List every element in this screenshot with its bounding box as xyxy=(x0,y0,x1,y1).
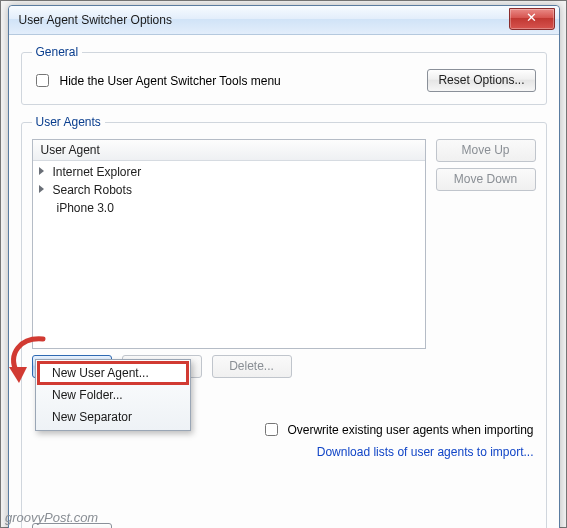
close-icon: ✕ xyxy=(526,10,537,25)
user-agents-group: User Agents User Agent Internet Explorer… xyxy=(21,115,547,528)
user-agents-legend: User Agents xyxy=(32,115,105,129)
list-rows: Internet Explorer Search Robots iPhone 3… xyxy=(33,161,425,219)
list-item-label: iPhone 3.0 xyxy=(57,201,114,215)
list-item[interactable]: iPhone 3.0 xyxy=(33,199,425,217)
menu-item-label: New User Agent... xyxy=(52,366,149,380)
move-down-button[interactable]: Move Down xyxy=(436,168,536,191)
window-close-button[interactable]: ✕ xyxy=(509,8,555,30)
chevron-right-icon xyxy=(39,167,44,175)
overwrite-checkbox[interactable] xyxy=(265,423,278,436)
list-item-label: Internet Explorer xyxy=(53,165,142,179)
menu-item-new-folder[interactable]: New Folder... xyxy=(38,384,188,406)
move-up-button[interactable]: Move Up xyxy=(436,139,536,162)
delete-button[interactable]: Delete... xyxy=(212,355,292,378)
options-window: User Agent Switcher Options ✕ General Hi… xyxy=(8,5,560,528)
overwrite-label: Overwrite existing user agents when impo… xyxy=(287,423,533,437)
chevron-right-icon xyxy=(39,185,44,193)
menu-item-label: New Folder... xyxy=(52,388,123,402)
hide-tools-menu-checkbox[interactable] xyxy=(36,74,49,87)
hide-tools-menu-label: Hide the User Agent Switcher Tools menu xyxy=(60,74,281,88)
download-lists-link[interactable]: Download lists of user agents to import.… xyxy=(317,445,534,459)
list-item[interactable]: Search Robots xyxy=(33,181,425,199)
list-item-label: Search Robots xyxy=(53,183,132,197)
list-header-user-agent[interactable]: User Agent xyxy=(33,140,425,161)
list-item[interactable]: Internet Explorer xyxy=(33,163,425,181)
watermark: groovyPost.com xyxy=(5,510,98,525)
window-title: User Agent Switcher Options xyxy=(19,13,172,27)
general-legend: General xyxy=(32,45,83,59)
menu-item-new-user-agent[interactable]: New User Agent... xyxy=(38,362,188,384)
new-dropdown-menu: New User Agent... New Folder... New Sepa… xyxy=(35,359,191,431)
window-client: General Hide the User Agent Switcher Too… xyxy=(9,35,559,528)
user-agent-list[interactable]: User Agent Internet Explorer Search Robo… xyxy=(32,139,426,349)
menu-item-new-separator[interactable]: New Separator xyxy=(38,406,188,428)
general-group: General Hide the User Agent Switcher Too… xyxy=(21,45,547,105)
reset-options-button[interactable]: Reset Options... xyxy=(427,69,535,92)
title-bar: User Agent Switcher Options ✕ xyxy=(9,6,559,35)
menu-item-label: New Separator xyxy=(52,410,132,424)
